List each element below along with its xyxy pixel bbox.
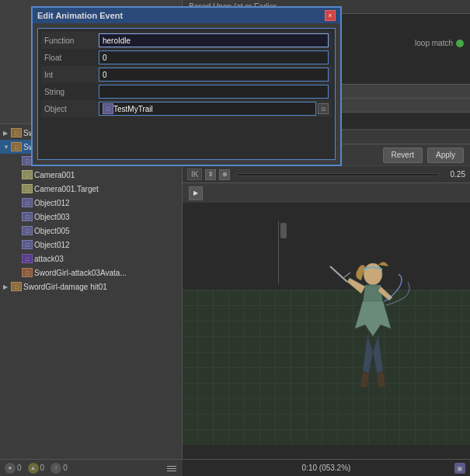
tree-icon: □ xyxy=(22,170,33,179)
tree-item[interactable]: □Camera001.Target xyxy=(0,182,182,196)
tree-icon: □ xyxy=(22,268,33,277)
tree-icon: □ xyxy=(22,226,33,235)
tree-icon: □ xyxy=(11,128,22,137)
sidebar-icon-3: ! xyxy=(50,463,61,474)
dialog-field-label: Object xyxy=(44,105,99,113)
tree-item-label: Object003 xyxy=(34,213,70,221)
tree-item-label: Object012 xyxy=(34,199,70,207)
sidebar-icon-2: ▲ xyxy=(28,463,39,474)
tree-item-label: attack03 xyxy=(34,255,64,263)
sidebar-count-2: ▲ 0 xyxy=(28,463,45,474)
tree-item[interactable]: □Object005 xyxy=(0,224,182,238)
loop-match-label: loop match xyxy=(415,39,453,47)
dialog-body: FunctionheroIdleFloat0Int0StringObject □… xyxy=(37,28,336,160)
tree-item[interactable]: □SwordGirl-attack03Avata... xyxy=(0,266,182,280)
dialog-field-value[interactable]: 0 xyxy=(99,68,329,82)
ik-label: IK xyxy=(187,169,202,180)
dialog-close-button[interactable]: × xyxy=(325,10,336,21)
tree-item[interactable]: □Object012 xyxy=(0,196,182,210)
sidebar-bottom-bar: ● 0 ▲ 0 ! 0 xyxy=(0,459,183,476)
ik-value: 0.25 xyxy=(442,170,465,179)
tree-icon: □ xyxy=(22,184,33,193)
dialog-titlebar: Edit Animation Event × xyxy=(33,8,340,23)
tree-item[interactable]: □attack03 xyxy=(0,252,182,266)
ik-slider[interactable] xyxy=(236,173,439,176)
dialog-field-label: Float xyxy=(44,54,99,62)
loop-match-indicator xyxy=(456,40,464,47)
tree-item-label: Object012 xyxy=(34,241,70,249)
play-button[interactable] xyxy=(189,186,203,200)
character-figure xyxy=(322,259,423,429)
sidebar-icon-1: ● xyxy=(5,463,16,474)
dialog-field-row: String xyxy=(41,83,332,100)
dialog-field-label: Function xyxy=(44,36,99,45)
svg-line-2 xyxy=(344,273,350,277)
dialog-empty-area xyxy=(41,117,332,156)
dialog-field-row: FunctionheroIdle xyxy=(41,32,332,49)
dialog-field-value-container: □ TestMyTrail ⊙ xyxy=(99,102,329,116)
tree-item-label: SwordGirl-attack03Avata... xyxy=(34,269,127,277)
dialog-field-value[interactable]: □ TestMyTrail xyxy=(99,102,316,116)
scroll-thumb[interactable] xyxy=(280,223,287,238)
tree-item-label: Camera001.Target xyxy=(34,185,99,193)
tree-arrow-icon: ▶ xyxy=(3,130,11,137)
status-icon: ▣ xyxy=(454,463,465,474)
dialog-field-value[interactable] xyxy=(99,85,329,99)
hamburger-menu[interactable] xyxy=(167,462,179,474)
tree-item[interactable]: □Object003 xyxy=(0,210,182,224)
apply-button[interactable]: Apply xyxy=(427,148,464,163)
tree-icon: □ xyxy=(22,254,33,263)
dialog-field-label: Int xyxy=(44,71,99,79)
tree-item[interactable]: ▶□SwordGirl-damage hit01 xyxy=(0,280,182,294)
tree-item-label: SwordGirl-damage hit01 xyxy=(23,283,107,291)
revert-button[interactable]: Revert xyxy=(383,148,423,163)
dialog-field-value[interactable]: heroIdle xyxy=(99,33,329,47)
playback-bar xyxy=(183,182,470,203)
svg-line-1 xyxy=(330,266,347,282)
dialog-field-row: Object □ TestMyTrail ⊙ xyxy=(41,100,332,117)
scrollbar[interactable] xyxy=(278,221,287,283)
tree-item-label: Object005 xyxy=(34,227,70,235)
tree-arrow-icon: ▼ xyxy=(3,144,11,151)
dialog-field-row: Float0 xyxy=(41,49,332,66)
sidebar-count-1: ● 0 xyxy=(5,463,22,474)
ik-icon-2[interactable]: ⊕ xyxy=(219,169,230,180)
dialog-field-label: String xyxy=(44,88,99,96)
loop-match-bar: loop match xyxy=(415,39,464,47)
tree-icon: □ xyxy=(11,282,22,291)
tree-icon: □ xyxy=(22,240,33,249)
field-type-icon: □ xyxy=(103,103,113,114)
status-text: 0:10 (053.2%) xyxy=(302,464,351,472)
tree-icon: □ xyxy=(22,198,33,207)
tree-item[interactable]: □Camera001 xyxy=(0,168,182,182)
dialog-title: Edit Animation Event xyxy=(37,11,123,20)
ik-icon-1[interactable]: ⇕ xyxy=(205,169,216,180)
tree-item[interactable]: □Object012 xyxy=(0,238,182,252)
tree-arrow-icon: ▶ xyxy=(3,283,11,290)
status-bar: 0:10 (053.2%) ▣ xyxy=(183,459,470,476)
field-end-icon[interactable]: ⊙ xyxy=(318,103,329,114)
sidebar-count-3: ! 0 xyxy=(50,463,68,474)
tree-icon: □ xyxy=(22,212,33,221)
tree-item-label: Camera001 xyxy=(34,171,75,179)
tree-icon: □ xyxy=(11,142,22,151)
dialog-field-value[interactable]: 0 xyxy=(99,50,329,64)
dialog-field-row: Int0 xyxy=(41,66,332,83)
ik-bar: IK ⇕ ⊕ 0.25 xyxy=(183,165,470,182)
edit-animation-event-dialog: Edit Animation Event × FunctionheroIdleF… xyxy=(31,6,342,166)
